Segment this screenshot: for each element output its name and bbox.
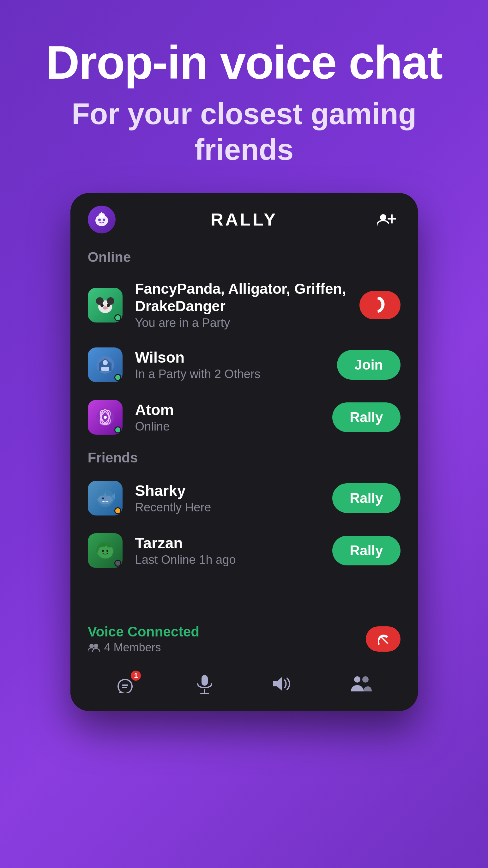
svg-point-16 [106,302,108,304]
friend-item-atom[interactable]: Atom Online Rally [70,391,418,443]
user-avatar[interactable] [88,206,116,234]
wilson-avatar-wrapper [88,347,123,382]
friend-item-tarzan[interactable]: Tarzan Last Online 1h ago Rally [70,524,418,577]
hero-subtitle: For your closest gaming friends [25,96,463,168]
online-section-label: Online [70,243,418,271]
svg-point-1 [98,219,101,221]
app-logo: RALLY [211,209,278,229]
friend-item-wilson[interactable]: Wilson In a Party with 2 Others Join [70,339,418,391]
tarzan-status-dot [114,560,121,567]
party-item-group[interactable]: FancyPanda, Alligator, Griffen, DrakeDan… [70,271,418,339]
sharky-name: Sharky [135,482,320,499]
content-spacer [70,577,418,615]
svg-rect-19 [101,367,109,371]
svg-point-13 [107,304,110,307]
atom-avatar-wrapper [88,400,123,435]
wilson-name: Wilson [135,349,325,366]
hero-title: Drop-in voice chat [25,38,463,87]
voice-connected-text: Voice Connected [88,624,366,640]
voice-members: 4 Members [88,641,366,654]
hangup-button[interactable] [360,291,400,319]
wilson-status-dot [114,374,121,381]
add-friend-button[interactable] [372,206,400,234]
friend-item-sharky[interactable]: Sharky Recently Here Rally [70,472,418,524]
voice-members-count: 4 Members [104,641,161,654]
svg-rect-5 [101,212,102,214]
atom-rally-button[interactable]: Rally [332,402,400,432]
hero-section: Drop-in voice chat For your closest gami… [0,0,488,193]
voice-info: Voice Connected 4 Members [88,624,366,654]
party-avatar-wrapper [88,288,123,322]
chat-icon-wrapper: 1 [116,673,139,694]
wilson-status: In a Party with 2 Others [135,367,325,381]
nav-item-speaker[interactable] [271,674,294,694]
svg-point-25 [100,411,102,413]
svg-point-40 [354,676,360,683]
svg-point-2 [103,219,105,221]
party-status-text: You are in a Party [135,316,347,330]
friends-icon [349,674,372,694]
nav-item-chat[interactable]: 1 [116,673,139,694]
svg-point-24 [103,416,107,419]
sharky-rally-button[interactable]: Rally [332,483,400,513]
svg-point-10 [96,297,103,305]
voice-hangup-button[interactable] [366,626,400,652]
svg-point-6 [380,214,386,220]
nav-item-mic[interactable] [194,673,215,695]
atom-name: Atom [135,401,320,418]
nav-item-friends[interactable] [349,674,372,694]
tarzan-rally-button[interactable]: Rally [332,536,400,565]
svg-point-41 [362,676,369,683]
tarzan-name: Tarzan [135,534,320,552]
tarzan-avatar-wrapper [88,533,123,568]
chat-badge: 1 [131,671,141,681]
tarzan-status: Last Online 1h ago [135,553,320,567]
sharky-info: Sharky Recently Here [135,482,320,514]
party-info: FancyPanda, Alligator, Griffen, DrakeDan… [135,280,347,330]
speaker-icon [271,674,294,694]
svg-point-30 [106,550,108,552]
sharky-status-dot [114,507,121,514]
svg-point-12 [100,304,103,307]
bottom-nav: 1 [70,663,418,711]
sharky-avatar-wrapper [88,481,123,516]
party-status-dot [114,314,121,321]
atom-status-dot [114,427,121,433]
svg-point-18 [103,360,108,365]
wilson-join-button[interactable]: Join [337,350,400,380]
atom-status: Online [135,420,320,433]
party-names: FancyPanda, Alligator, Griffen, DrakeDan… [135,280,347,315]
tarzan-info: Tarzan Last Online 1h ago [135,534,320,567]
svg-point-14 [103,306,108,310]
atom-info: Atom Online [135,401,320,433]
voice-bar: Voice Connected 4 Members [70,615,418,663]
sharky-status: Recently Here [135,501,320,514]
svg-rect-37 [202,675,208,686]
wilson-info: Wilson In a Party with 2 Others [135,349,325,381]
svg-point-32 [94,644,98,648]
app-header: RALLY [70,193,418,243]
app-container: RALLY Online [70,193,418,711]
svg-point-29 [102,550,104,552]
svg-point-15 [103,302,104,304]
mic-icon [194,673,215,695]
friends-section-label: Friends [70,443,418,472]
svg-point-11 [107,297,114,305]
svg-point-27 [102,497,104,499]
